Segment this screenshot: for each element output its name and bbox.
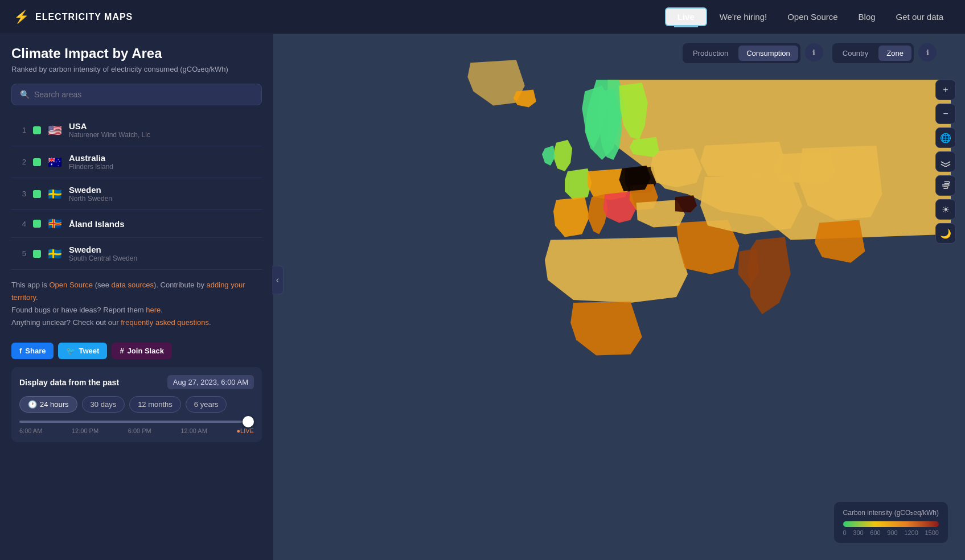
social-buttons: f Share 🐦 Tweet # Join Slack: [11, 343, 262, 359]
sidebar-subtitle: Ranked by carbon intensity of electricit…: [11, 65, 262, 73]
sidebar-footer: This app is Open Source (see data source…: [11, 270, 262, 335]
timeline-fill: [19, 421, 242, 423]
tweet-label: Tweet: [79, 347, 99, 355]
search-input[interactable]: [34, 90, 253, 99]
area-info-4: Åland Islands: [69, 219, 257, 229]
production-consumption-toggle: Production Consumption: [683, 43, 800, 63]
share-facebook-button[interactable]: f Share: [11, 343, 54, 359]
zoom-out-button[interactable]: −: [935, 104, 956, 124]
area-item-2[interactable]: 2 🇦🇺 Australia Flinders Island: [11, 146, 262, 178]
rank-4: 4: [16, 220, 26, 228]
timeline-labels: 6:00 AM 12:00 PM 6:00 PM 12:00 AM ●LIVE: [19, 427, 254, 434]
time-12m-button[interactable]: 12 months: [129, 396, 181, 413]
legend-label-1500: 1500: [925, 529, 938, 536]
solar-button[interactable]: ☀: [935, 199, 956, 220]
timeline-thumb[interactable]: ▶: [243, 416, 254, 427]
color-dot-2: [33, 158, 41, 166]
join-slack-button[interactable]: # Join Slack: [112, 343, 172, 359]
rank-2: 2: [16, 158, 26, 166]
time-label-3: 6:00 PM: [128, 427, 151, 434]
area-sub-5: South Central Sweden: [69, 254, 257, 262]
country-button[interactable]: Country: [835, 46, 877, 61]
time-date: Aug 27, 2023, 6:00 AM: [167, 375, 254, 389]
country-zone-toggle: Country Zone: [832, 43, 914, 63]
area-info-2: Australia Flinders Island: [69, 153, 257, 171]
nav-blog[interactable]: Blog: [851, 9, 884, 25]
area-info-5: Sweden South Central Sweden: [69, 245, 257, 262]
time-6y-button[interactable]: 6 years: [186, 396, 227, 413]
nav-live-button[interactable]: Live: [665, 7, 707, 26]
zoom-in-button[interactable]: +: [935, 80, 956, 100]
tweet-button[interactable]: 🐦 Tweet: [58, 343, 107, 359]
nav-hiring[interactable]: We're hiring!: [712, 9, 775, 25]
time-label-1: 6:00 AM: [19, 427, 42, 434]
report-bugs-link[interactable]: here: [146, 306, 161, 314]
area-name-5: Sweden: [69, 245, 257, 254]
data-sources-link[interactable]: data sources: [112, 281, 154, 289]
clock-icon: 🕐: [28, 400, 37, 409]
layers-button[interactable]: [935, 151, 956, 172]
area-name-4: Åland Islands: [69, 219, 257, 229]
area-item-1[interactable]: 1 🇺🇸 USA Naturener Wind Watch, Llc: [11, 114, 262, 146]
open-source-link[interactable]: Open Source: [49, 281, 93, 289]
area-item-4[interactable]: 4 🇦🇽 Åland Islands: [11, 210, 262, 238]
production-button[interactable]: Production: [685, 46, 736, 61]
area-name-1: USA: [69, 121, 257, 131]
legend-label-300: 300: [853, 529, 863, 536]
legend-labels: 0 300 600 900 1200 1500: [843, 529, 939, 536]
zone-button[interactable]: Zone: [878, 46, 911, 61]
flag-3: 🇸🇪: [48, 187, 62, 201]
area-sub-2: Flinders Island: [69, 163, 257, 171]
search-box[interactable]: 🔍: [11, 84, 262, 105]
timeline[interactable]: ▶: [19, 421, 254, 423]
nav-opensource[interactable]: Open Source: [779, 9, 845, 25]
search-icon: 🔍: [20, 90, 30, 99]
map-top-controls: Production Consumption ℹ Country Zone ℹ: [683, 43, 937, 63]
logo-text: ELECTRICITY MAPS: [35, 12, 133, 22]
flag-4: 🇦🇽: [48, 217, 62, 230]
legend-label-1200: 1200: [904, 529, 918, 536]
collapse-sidebar-button[interactable]: ‹: [272, 266, 284, 294]
translate-button[interactable]: 🌐: [935, 127, 956, 148]
color-dot-3: [33, 190, 41, 198]
area-item-5[interactable]: 5 🇸🇪 Sweden South Central Sweden: [11, 238, 262, 270]
wind-button[interactable]: [935, 175, 956, 196]
sidebar: Climate Impact by Area Ranked by carbon …: [0, 34, 273, 560]
area-list: 1 🇺🇸 USA Naturener Wind Watch, Llc 2 🇦🇺 …: [11, 114, 262, 270]
faq-link[interactable]: frequently asked questions: [121, 318, 209, 327]
legend: Carbon intensity (gCO₂eq/kWh) 0 300 600 …: [834, 502, 948, 543]
production-info-button[interactable]: ℹ: [805, 43, 823, 61]
legend-title: Carbon intensity (gCO₂eq/kWh): [843, 509, 939, 517]
area-sub-3: North Sweden: [69, 195, 257, 203]
flag-2: 🇦🇺: [48, 155, 62, 169]
timeline-track[interactable]: ▶: [19, 421, 254, 423]
consumption-button[interactable]: Consumption: [738, 46, 798, 61]
rank-1: 1: [16, 126, 26, 134]
time-label-2: 12:00 PM: [72, 427, 98, 434]
color-dot-4: [33, 220, 41, 228]
legend-label-600: 600: [870, 529, 880, 536]
flag-1: 🇺🇸: [48, 123, 62, 137]
share-label: Share: [25, 347, 46, 355]
color-dot-1: [33, 126, 41, 134]
slack-label: Join Slack: [128, 347, 164, 355]
map-right-controls: + − 🌐 ☀ 🌙: [935, 80, 956, 244]
night-button[interactable]: 🌙: [935, 223, 956, 244]
flag-5: 🇸🇪: [48, 247, 62, 261]
legend-bar: [843, 521, 939, 527]
time-30d-button[interactable]: 30 days: [82, 396, 125, 413]
twitter-icon: 🐦: [66, 347, 75, 355]
live-label: ●LIVE: [236, 427, 254, 434]
area-info-3: Sweden North Sweden: [69, 185, 257, 203]
time-12m-label: 12 months: [138, 400, 173, 409]
area-item-3[interactable]: 3 🇸🇪 Sweden North Sweden: [11, 178, 262, 210]
world-map[interactable]: [273, 34, 965, 560]
time-24h-button[interactable]: 🕐 24 hours: [19, 396, 77, 413]
rank-5: 5: [16, 249, 26, 258]
logo-icon: ⚡: [14, 10, 30, 24]
time-24h-label: 24 hours: [40, 400, 69, 409]
zone-info-button[interactable]: ℹ: [918, 43, 937, 61]
time-title: Display data from the past: [19, 378, 119, 387]
nav-getdata[interactable]: Get our data: [888, 9, 951, 25]
logo[interactable]: ⚡ ELECTRICITY MAPS: [14, 10, 133, 24]
